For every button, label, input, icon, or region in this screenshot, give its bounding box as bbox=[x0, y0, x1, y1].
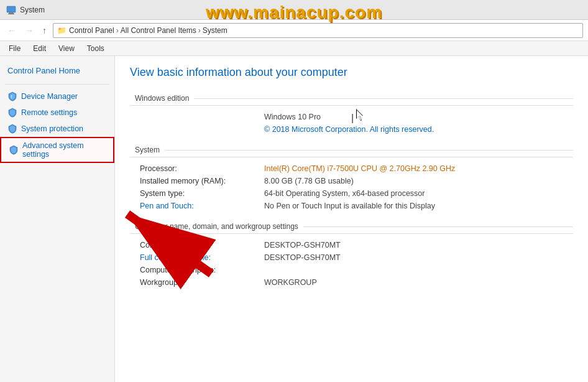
sidebar-item-remote-settings[interactable]: Remote settings bbox=[0, 105, 114, 121]
label-copyright bbox=[140, 125, 264, 134]
menu-bar: File Edit View Tools bbox=[0, 41, 588, 56]
path-icon: 📁 bbox=[57, 26, 67, 35]
svg-rect-1 bbox=[9, 12, 14, 14]
label-computer-name: Computer name: bbox=[140, 241, 264, 249]
breadcrumb-sep-1: › bbox=[116, 26, 119, 35]
section-title-system: System bbox=[135, 146, 160, 154]
value-computer-name: DESKTOP-GSH70MT bbox=[264, 241, 563, 249]
section-windows-edition: Windows edition Windows 10 Pro © 2018 Mi… bbox=[130, 94, 573, 136]
value-copyright: © 2018 Microsoft Corporation. All rights… bbox=[264, 125, 563, 134]
info-row-win-edition: Windows 10 Pro bbox=[130, 111, 573, 123]
menu-tools[interactable]: Tools bbox=[81, 43, 111, 54]
label-processor: Processor: bbox=[140, 164, 264, 173]
section-title-windows: Windows edition bbox=[135, 94, 189, 103]
sidebar-divider bbox=[5, 84, 109, 85]
info-row-processor: Processor: Intel(R) Core(TM) i7-7500U CP… bbox=[130, 162, 573, 175]
section-line-3 bbox=[303, 226, 573, 227]
info-row-ram: Installed memory (RAM): 8.00 GB (7.78 GB… bbox=[130, 175, 573, 187]
section-line bbox=[194, 98, 573, 99]
shield-icon-device-manager: ! bbox=[7, 91, 17, 101]
section-header-system: System bbox=[130, 146, 573, 157]
title-bar: System bbox=[0, 0, 588, 20]
sidebar-item-system-protection[interactable]: System protection bbox=[0, 121, 114, 137]
label-pen-touch: Pen and Touch: bbox=[140, 202, 264, 210]
menu-view[interactable]: View bbox=[52, 43, 81, 54]
info-row-system-type: System type: 64-bit Operating System, x6… bbox=[130, 187, 573, 200]
system-icon bbox=[6, 5, 16, 15]
label-computer-description: Computer description: bbox=[140, 266, 264, 274]
menu-file[interactable]: File bbox=[2, 43, 27, 54]
label-system-type: System type: bbox=[140, 189, 264, 198]
back-button[interactable]: ← bbox=[5, 24, 19, 37]
value-win-edition: Windows 10 Pro bbox=[264, 113, 563, 121]
section-header-computer: Computer name, domain, and workgroup set… bbox=[130, 222, 573, 234]
sidebar-label-device-manager: Device Manager bbox=[21, 92, 78, 101]
up-button[interactable]: ↑ bbox=[40, 24, 49, 37]
address-bar: ← → ↑ 📁 Control Panel › All Control Pane… bbox=[0, 20, 588, 41]
info-row-workgroup: Workgroup: WORKGROUP bbox=[130, 276, 573, 289]
value-computer-description bbox=[264, 266, 563, 274]
section-computer-name: Computer name, domain, and workgroup set… bbox=[130, 222, 573, 289]
label-win-edition bbox=[140, 113, 264, 121]
value-system-type: 64-bit Operating System, x64-based proce… bbox=[264, 189, 563, 198]
sidebar-item-advanced-system-settings[interactable]: Advanced system settings bbox=[0, 137, 114, 163]
section-header-windows: Windows edition bbox=[130, 94, 573, 106]
breadcrumb-sep-2: › bbox=[198, 26, 201, 35]
info-row-pen-touch: Pen and Touch: No Pen or Touch Input is … bbox=[130, 200, 573, 212]
label-ram: Installed memory (RAM): bbox=[140, 177, 264, 185]
label-full-computer-name: Full computer name: bbox=[140, 253, 264, 262]
sidebar-control-panel-home[interactable]: Control Panel Home bbox=[0, 63, 114, 80]
svg-rect-2 bbox=[8, 14, 14, 14]
shield-icon-advanced-settings bbox=[9, 145, 19, 155]
breadcrumb-item-2: All Control Panel Items bbox=[121, 26, 196, 35]
info-row-full-computer-name: Full computer name: DESKTOP-GSH70MT bbox=[130, 251, 573, 264]
sidebar-label-advanced-system-settings: Advanced system settings bbox=[22, 141, 106, 159]
value-processor: Intel(R) Core(TM) i7-7500U CPU @ 2.70GHz… bbox=[264, 164, 563, 173]
label-workgroup: Workgroup: bbox=[140, 278, 264, 287]
address-path[interactable]: 📁 Control Panel › All Control Panel Item… bbox=[53, 23, 583, 38]
content-area: View basic information about your comput… bbox=[115, 56, 588, 382]
value-ram: 8.00 GB (7.78 GB usable) bbox=[264, 177, 563, 185]
value-pen-touch: No Pen or Touch Input is available for t… bbox=[264, 202, 563, 210]
forward-button[interactable]: → bbox=[22, 24, 36, 37]
shield-icon-system-protection bbox=[7, 124, 17, 134]
info-row-copyright: © 2018 Microsoft Corporation. All rights… bbox=[130, 123, 573, 136]
value-full-computer-name: DESKTOP-GSH70MT bbox=[264, 253, 563, 262]
info-row-computer-name: Computer name: DESKTOP-GSH70MT bbox=[130, 239, 573, 251]
title-bar-text: System bbox=[20, 6, 45, 14]
section-line-2 bbox=[165, 150, 573, 151]
section-title-computer: Computer name, domain, and workgroup set… bbox=[135, 222, 298, 231]
value-workgroup: WORKGROUP bbox=[264, 278, 563, 287]
svg-rect-0 bbox=[7, 6, 16, 12]
svg-text:!: ! bbox=[11, 95, 12, 99]
menu-edit[interactable]: Edit bbox=[27, 43, 52, 54]
info-row-computer-description: Computer description: bbox=[130, 264, 573, 276]
section-system: System Processor: Intel(R) Core(TM) i7-7… bbox=[130, 146, 573, 212]
page-title: View basic information about your comput… bbox=[130, 66, 573, 84]
sidebar-label-system-protection: System protection bbox=[21, 124, 83, 133]
breadcrumb-item: Control Panel bbox=[69, 26, 114, 35]
breadcrumb-item-3: System bbox=[203, 26, 227, 35]
sidebar: Control Panel Home ! Device Manager Remo… bbox=[0, 56, 115, 382]
sidebar-label-remote-settings: Remote settings bbox=[21, 108, 77, 117]
main-layout: Control Panel Home ! Device Manager Remo… bbox=[0, 56, 588, 382]
shield-icon-remote-settings bbox=[7, 108, 17, 118]
sidebar-item-device-manager[interactable]: ! Device Manager bbox=[0, 88, 114, 105]
